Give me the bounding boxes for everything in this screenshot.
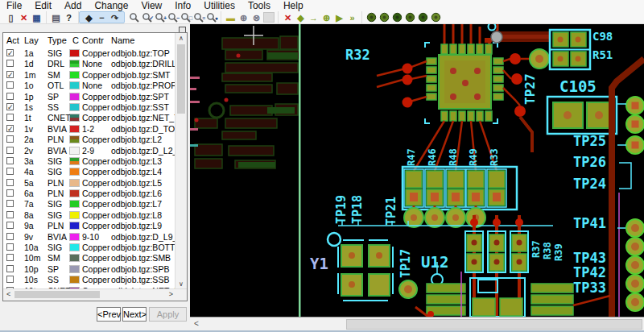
layer-checkbox[interactable]: [6, 114, 14, 121]
layer-row-10p[interactable]: 10pSPCopperodbjob.tgz:SPB: [3, 264, 175, 275]
layer-checkbox[interactable]: [6, 222, 14, 229]
layer-row-4a[interactable]: 4aSIGCopperodbjob.tgz:L4: [3, 167, 175, 177]
context-help-icon[interactable]: ?: [63, 12, 75, 23]
column-header-name[interactable]: Name: [111, 35, 134, 45]
layer-checkbox[interactable]: ✓: [6, 103, 14, 110]
delete-icon[interactable]: ✕: [18, 12, 30, 23]
layer-row-3a[interactable]: 3aSIGCopperodbjob.tgz:L3: [3, 156, 175, 167]
select-mode-icon[interactable]: ◆: [83, 12, 95, 23]
scroll-left-icon[interactable]: <: [6, 290, 10, 298]
horizontal-scroll-thumb[interactable]: [14, 291, 100, 298]
print-icon[interactable]: ▤: [50, 12, 62, 23]
layer-row-5a[interactable]: 5aPLNCopperodbjob.tgz:L5: [3, 178, 175, 189]
new-file-icon[interactable]: ▯: [5, 12, 17, 23]
layer-checkbox[interactable]: [6, 276, 14, 283]
layer-color-swatch[interactable]: [69, 168, 80, 176]
layer-checkbox[interactable]: [6, 157, 14, 164]
layer-checkbox[interactable]: [6, 147, 14, 154]
layer-row-10m[interactable]: 10mSMCopperodbjob.tgz:SMB: [3, 253, 175, 264]
zoom-icon[interactable]: [128, 12, 140, 23]
layer-circle-3[interactable]: [391, 12, 403, 23]
layer-color-swatch[interactable]: [69, 81, 80, 89]
layer-checkbox[interactable]: [6, 243, 14, 251]
layer-row-1s[interactable]: ✓1sSSCopperodbjob.tgz:SST: [3, 102, 175, 113]
apply-button[interactable]: Apply: [149, 307, 187, 322]
layer-row-1d[interactable]: 1dDRLNoneodbjob.tgz:DRILL: [3, 59, 175, 69]
layer-checkbox[interactable]: ✓: [6, 125, 14, 132]
vertical-scroll-thumb[interactable]: [177, 44, 185, 114]
menu-item-edit[interactable]: Edit: [28, 0, 58, 11]
layer-color-swatch[interactable]: [69, 93, 80, 101]
step-icon[interactable]: »: [346, 12, 358, 23]
zoom-window-icon[interactable]: □: [180, 12, 192, 23]
layer-color-swatch[interactable]: [69, 243, 80, 251]
column-header-contr[interactable]: Contr: [82, 35, 104, 45]
canvas-horizontal-scrollbar[interactable]: <: [190, 317, 644, 330]
clear-icon[interactable]: ✕: [282, 12, 294, 23]
menu-item-view[interactable]: View: [134, 0, 168, 11]
layer-circle-2[interactable]: [378, 12, 390, 23]
zoom-select-icon[interactable]: ✓: [141, 12, 153, 23]
menu-item-info[interactable]: Info: [168, 0, 197, 11]
layer-checkbox[interactable]: [6, 179, 14, 186]
layer-circle-6[interactable]: [430, 12, 442, 23]
layer-row-1v[interactable]: ✓1vBVIA1-2odbjob.tgz:D_TOP_: [3, 124, 175, 135]
layer-checkbox[interactable]: [6, 265, 14, 272]
scroll-up-icon[interactable]: ∧: [175, 35, 187, 42]
layer-color-swatch[interactable]: [69, 125, 80, 133]
layer-color-swatch[interactable]: [69, 114, 80, 122]
layer-circle-5[interactable]: [417, 12, 429, 23]
remove-mode-icon[interactable]: −: [96, 12, 108, 23]
menu-item-change[interactable]: Change: [88, 0, 134, 11]
menu-item-tools[interactable]: Tools: [242, 0, 277, 11]
column-header-act[interactable]: Act: [6, 35, 19, 45]
canvas-scroll-left-icon[interactable]: <: [194, 319, 199, 328]
layer-row-1p[interactable]: 1pSPCopperodbjob.tgz:SPT: [3, 92, 175, 102]
column-header-lay[interactable]: Lay: [24, 35, 39, 45]
column-header-c[interactable]: C: [72, 35, 79, 45]
layer-row-10s[interactable]: 10sSSCopperodbjob.tgz:SSB: [3, 275, 175, 285]
layer-checkbox[interactable]: [6, 189, 14, 197]
layer-row-2a[interactable]: 2aPLNCopperodbjob.tgz:L2: [3, 135, 175, 145]
layer-checkbox[interactable]: ✓: [6, 71, 14, 78]
net-icon[interactable]: ◆: [295, 12, 307, 23]
move-icon[interactable]: →: [308, 12, 320, 23]
disabled-swatch[interactable]: [263, 12, 275, 23]
layer-checkbox[interactable]: [6, 211, 14, 218]
layer-row-1t[interactable]: 1tCNETCopperodbjob.tgz:NET_TO: [3, 113, 175, 123]
layer-checkbox[interactable]: [6, 93, 14, 100]
layer-color-swatch[interactable]: [69, 276, 80, 284]
canvas-scroll-thumb[interactable]: [346, 319, 642, 330]
column-header-type[interactable]: Type: [47, 35, 67, 45]
route-icon[interactable]: ▶: [333, 12, 345, 23]
user-top-icon[interactable]: ⊕: [237, 12, 250, 23]
layer-checkbox[interactable]: [6, 200, 14, 207]
menu-item-file[interactable]: File: [0, 0, 28, 11]
layer-checkbox[interactable]: ✓: [6, 49, 14, 56]
layer-checkbox[interactable]: [6, 233, 14, 240]
prev-button[interactable]: <Prev: [97, 307, 121, 322]
layer-color-swatch[interactable]: [69, 254, 80, 262]
scroll-right-icon[interactable]: >: [169, 290, 173, 298]
layer-color-swatch[interactable]: [69, 135, 80, 143]
layer-color-swatch[interactable]: [69, 189, 80, 197]
layer-color-swatch[interactable]: [69, 233, 80, 241]
zoom-in-icon[interactable]: +: [154, 12, 166, 23]
layer-row-1a[interactable]: ✓1aSIGCopperodbjob.tgz:TOP: [3, 48, 175, 59]
layer-row-9v[interactable]: 9vBVIA9-10odbjob.tgz:D_L9_B: [3, 232, 175, 243]
layer-checkbox[interactable]: [6, 135, 14, 143]
layer-color-swatch[interactable]: [69, 103, 80, 111]
menu-item-help[interactable]: Help: [277, 0, 310, 11]
layer-row-9a[interactable]: 9aPLNCopperodbjob.tgz:L9: [3, 221, 175, 231]
layer-circle-4[interactable]: [404, 12, 416, 23]
user-bottom-icon[interactable]: ⊗: [250, 12, 262, 23]
layer-row-7a[interactable]: 7aSIGCopperodbjob.tgz:L7: [3, 199, 175, 210]
layer-row-6a[interactable]: 6aPLNCopperodbjob.tgz:L6: [3, 189, 175, 199]
redo-icon[interactable]: ↷: [109, 12, 121, 23]
horizontal-scrollbar[interactable]: < >: [3, 288, 187, 301]
pcb-canvas[interactable]: R32C98R51C105TP25TP26TP24TP41TP43TP42TP3…: [190, 23, 644, 317]
layer-checkbox[interactable]: [6, 254, 14, 261]
layer-checkbox[interactable]: [6, 81, 14, 89]
highlight-icon[interactable]: ▬: [225, 12, 237, 23]
menu-item-add[interactable]: Add: [58, 0, 88, 11]
